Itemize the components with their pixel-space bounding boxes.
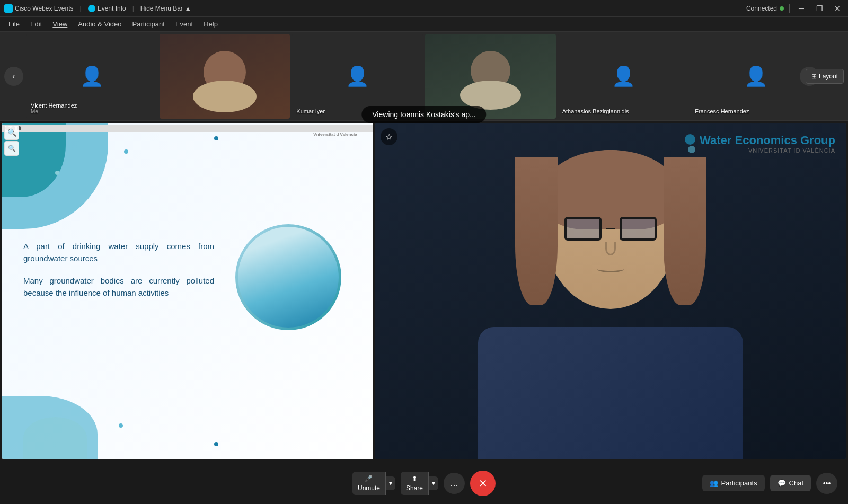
connection-status: Connected <box>746 5 784 12</box>
participant-card-vicent[interactable]: 👤 Vicent HernandezMe <box>26 34 157 119</box>
webex-icon <box>4 4 13 13</box>
participant-name-francesc: Francesc Hernandez <box>695 108 749 114</box>
separator-1: | <box>80 5 82 12</box>
participant-name-athanasios: Athanasios Bezirgiannidis <box>562 108 629 114</box>
share-icon: ⬆ <box>412 475 417 482</box>
connected-dot <box>780 6 784 11</box>
menu-edit[interactable]: Edit <box>26 19 46 30</box>
title-bar-right: Connected ─ ❐ ✕ <box>746 2 844 15</box>
dot-5 <box>214 442 218 446</box>
layout-label: Layout <box>819 73 838 80</box>
event-info-button[interactable]: Event Info <box>88 5 126 12</box>
share-chevron[interactable]: ▾ <box>429 476 438 490</box>
zoom-in-button[interactable]: 🔍 <box>4 125 19 140</box>
chat-icon: 💬 <box>778 479 786 487</box>
divider <box>789 4 790 13</box>
main-area: Water Economics Group Vniversitat d Vale… <box>0 121 848 462</box>
unmute-group: 🎤 Unmute ▾ <box>352 472 395 495</box>
menu-bar: File Edit View Audio & Video Participant… <box>0 17 848 32</box>
layout-button[interactable]: ⊞ Layout <box>806 69 844 84</box>
chat-button[interactable]: 💬 Chat <box>770 475 811 491</box>
strip-nav-left[interactable]: ‹ <box>4 67 23 86</box>
menu-audio-video[interactable]: Audio & Video <box>74 19 126 30</box>
slide-logo-sub: Vniversitat d Valencia <box>313 132 357 137</box>
chat-label: Chat <box>789 479 803 487</box>
blob-bl2 <box>23 417 87 459</box>
speaker-shirt <box>478 327 743 459</box>
participants-label: Participants <box>721 479 757 487</box>
speaker-head <box>544 150 677 309</box>
close-button[interactable]: ✕ <box>831 2 844 15</box>
slide-line1: A part of drinking water supply comes fr… <box>23 241 214 264</box>
unmute-button[interactable]: 🎤 Unmute <box>352 472 386 495</box>
participant-card-athanasios[interactable]: 👤 Athanasios Bezirgiannidis <box>558 34 689 119</box>
share-group: ⬆ Share ▾ <box>401 472 438 495</box>
more-button[interactable]: ... <box>444 473 465 494</box>
title-bar: Cisco Webex Events | Event Info | Hide M… <box>0 0 848 17</box>
menu-event[interactable]: Event <box>171 19 197 30</box>
end-call-button[interactable]: ✕ <box>470 471 496 496</box>
restore-button[interactable]: ❐ <box>813 2 826 15</box>
participant-name-kumar: Kumar Iyer <box>296 108 325 114</box>
event-info-icon <box>88 5 95 12</box>
participants-icon: 👥 <box>710 479 718 487</box>
chevron-up-icon: ▲ <box>185 5 191 12</box>
menu-file[interactable]: File <box>4 19 24 30</box>
viewing-text: Viewing Ioannis Kostakis's ap... <box>372 110 475 119</box>
viewing-banner: Viewing Ioannis Kostakis's ap... <box>361 106 486 123</box>
layout-icon: ⊞ <box>811 73 817 80</box>
bottom-right-controls: 👥 Participants 💬 Chat ••• <box>702 473 837 494</box>
slide-content: Water Economics Group Vniversitat d Vale… <box>2 123 373 459</box>
dot-1 <box>124 149 128 154</box>
microphone-icon: 🎤 <box>365 475 373 482</box>
share-label: Share <box>406 484 423 492</box>
menu-participant[interactable]: Participant <box>128 19 169 30</box>
event-info-label: Event Info <box>98 5 126 12</box>
hide-menu-bar-button[interactable]: Hide Menu Bar ▲ <box>140 5 191 12</box>
wec-logo-title: Water Economics Group <box>700 134 835 147</box>
end-call-icon: ✕ <box>479 477 488 490</box>
menu-view[interactable]: View <box>48 19 72 30</box>
participants-button[interactable]: 👥 Participants <box>702 475 765 491</box>
wec-logo-sub: VNIVERSITAT ID VALÈNCIA <box>700 147 835 154</box>
title-bar-left: Cisco Webex Events | Event Info | Hide M… <box>4 4 191 13</box>
bottom-center-controls: 🎤 Unmute ▾ ⬆ Share ▾ ... ✕ <box>352 471 496 496</box>
speaker-figure <box>452 123 770 459</box>
hide-menu-bar-label: Hide Menu Bar <box>140 5 183 12</box>
app-name: Cisco Webex Events <box>15 5 74 12</box>
participant-name-vicent: Vicent HernandezMe <box>31 102 77 114</box>
water-circle-inner <box>238 227 339 328</box>
bottom-bar: 🎤 Unmute ▾ ⬆ Share ▾ ... ✕ 👥 Participant… <box>0 462 848 504</box>
app-logo: Cisco Webex Events <box>4 4 74 13</box>
pin-button[interactable]: ☆ <box>381 128 398 145</box>
presentation-toolbar: 🔍 🔍 <box>4 125 19 156</box>
more-options-button[interactable]: ••• <box>816 473 837 494</box>
wec-logo-container: Water Economics Group VNIVERSITAT ID VAL… <box>685 134 835 154</box>
dot-4 <box>119 423 123 428</box>
dot-2 <box>214 136 218 140</box>
unmute-chevron[interactable]: ▾ <box>386 476 395 490</box>
zoom-out-button[interactable]: 🔍 <box>4 141 19 156</box>
dot-3 <box>55 171 59 175</box>
speaker-panel: Water Economics Group VNIVERSITAT ID VAL… <box>375 123 846 459</box>
separator-2: | <box>132 5 134 12</box>
slide-line2: Many groundwater bodies are currently po… <box>23 275 214 299</box>
unmute-label: Unmute <box>358 484 380 492</box>
participant-card-video1[interactable] <box>160 34 290 119</box>
connected-label: Connected <box>746 5 777 12</box>
menu-help[interactable]: Help <box>199 19 222 30</box>
water-circle-image <box>235 224 341 330</box>
minimize-button[interactable]: ─ <box>795 2 808 15</box>
presentation-panel: Water Economics Group Vniversitat d Vale… <box>2 123 373 459</box>
slide-text: A part of drinking water supply comes fr… <box>23 241 214 310</box>
more-label: ... <box>450 478 458 489</box>
speaker-video: Water Economics Group VNIVERSITAT ID VAL… <box>375 123 846 459</box>
share-button[interactable]: ⬆ Share <box>401 472 429 495</box>
